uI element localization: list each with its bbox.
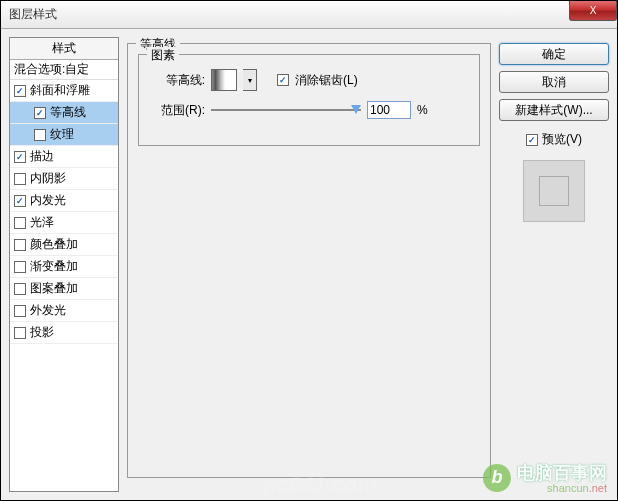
style-checkbox[interactable] — [14, 217, 26, 229]
styles-list: 斜面和浮雕等高线纹理描边内阴影内发光光泽颜色叠加渐变叠加图案叠加外发光投影 — [10, 80, 118, 344]
watermark-logo: b 电脑百事网 shancun.net — [483, 461, 607, 494]
style-checkbox[interactable] — [14, 327, 26, 339]
antialias-label: 消除锯齿(L) — [295, 72, 358, 89]
style-item-4[interactable]: 内阴影 — [10, 168, 118, 190]
style-item-9[interactable]: 图案叠加 — [10, 278, 118, 300]
range-slider[interactable] — [211, 103, 361, 117]
contour-row: 等高线: ▾ 消除锯齿(L) — [149, 69, 469, 91]
style-checkbox[interactable] — [14, 283, 26, 295]
style-checkbox[interactable] — [14, 261, 26, 273]
watermark-brand: 电脑百事网 — [517, 463, 607, 483]
watermark-faint: pc841.com — [263, 472, 377, 498]
style-checkbox[interactable] — [14, 151, 26, 163]
preview-label: 预览(V) — [542, 131, 582, 148]
layer-style-dialog: 图层样式 X 样式 混合选项:自定 斜面和浮雕等高线纹理描边内阴影内发光光泽颜色… — [0, 0, 618, 501]
range-input[interactable] — [367, 101, 411, 119]
style-item-3[interactable]: 描边 — [10, 146, 118, 168]
style-item-7[interactable]: 颜色叠加 — [10, 234, 118, 256]
antialias-checkbox[interactable] — [277, 74, 289, 86]
range-label: 范围(R): — [149, 102, 205, 119]
style-checkbox[interactable] — [34, 107, 46, 119]
style-label: 内发光 — [30, 192, 66, 209]
contour-thumbnail[interactable] — [211, 69, 237, 91]
style-checkbox[interactable] — [14, 195, 26, 207]
styles-header[interactable]: 样式 — [10, 38, 118, 60]
dialog-content: 样式 混合选项:自定 斜面和浮雕等高线纹理描边内阴影内发光光泽颜色叠加渐变叠加图… — [1, 29, 617, 500]
style-checkbox[interactable] — [14, 305, 26, 317]
elements-group-label: 图素 — [147, 47, 179, 64]
style-item-6[interactable]: 光泽 — [10, 212, 118, 234]
titlebar[interactable]: 图层样式 X — [1, 1, 617, 29]
dialog-title: 图层样式 — [9, 6, 57, 23]
style-checkbox[interactable] — [14, 239, 26, 251]
style-item-2[interactable]: 纹理 — [10, 124, 118, 146]
style-label: 颜色叠加 — [30, 236, 78, 253]
range-unit: % — [417, 103, 428, 117]
action-panel: 确定 取消 新建样式(W)... 预览(V) — [499, 37, 609, 492]
style-checkbox[interactable] — [14, 85, 26, 97]
style-item-0[interactable]: 斜面和浮雕 — [10, 80, 118, 102]
style-label: 外发光 — [30, 302, 66, 319]
ok-button[interactable]: 确定 — [499, 43, 609, 65]
watermark: b 电脑百事网 shancun.net — [483, 461, 607, 494]
elements-group: 图素 等高线: ▾ 消除锯齿(L) 范围(R): — [138, 54, 480, 146]
style-label: 斜面和浮雕 — [30, 82, 90, 99]
settings-panel: 等高线 图素 等高线: ▾ 消除锯齿(L) 范围(R): — [127, 37, 491, 492]
new-style-button[interactable]: 新建样式(W)... — [499, 99, 609, 121]
contour-label: 等高线: — [149, 72, 205, 89]
preview-checkbox[interactable] — [526, 134, 538, 146]
style-item-1[interactable]: 等高线 — [10, 102, 118, 124]
style-checkbox[interactable] — [34, 129, 46, 141]
style-label: 图案叠加 — [30, 280, 78, 297]
contour-dropdown-icon[interactable]: ▾ — [243, 69, 257, 91]
style-item-11[interactable]: 投影 — [10, 322, 118, 344]
close-button[interactable]: X — [569, 1, 617, 21]
close-icon: X — [590, 5, 597, 16]
blend-options-row[interactable]: 混合选项:自定 — [10, 60, 118, 80]
style-item-10[interactable]: 外发光 — [10, 300, 118, 322]
style-label: 内阴影 — [30, 170, 66, 187]
preview-row: 预览(V) — [499, 131, 609, 148]
slider-thumb-icon[interactable] — [351, 105, 361, 114]
preview-inner-icon — [539, 176, 569, 206]
slider-track — [211, 109, 361, 111]
preview-thumbnail — [523, 160, 585, 222]
style-label: 描边 — [30, 148, 54, 165]
style-label: 投影 — [30, 324, 54, 341]
range-row: 范围(R): % — [149, 101, 469, 119]
style-label: 渐变叠加 — [30, 258, 78, 275]
style-item-5[interactable]: 内发光 — [10, 190, 118, 212]
style-label: 纹理 — [50, 126, 74, 143]
style-item-8[interactable]: 渐变叠加 — [10, 256, 118, 278]
style-label: 等高线 — [50, 104, 86, 121]
style-label: 光泽 — [30, 214, 54, 231]
contour-group: 等高线 图素 等高线: ▾ 消除锯齿(L) 范围(R): — [127, 43, 491, 478]
styles-list-panel: 样式 混合选项:自定 斜面和浮雕等高线纹理描边内阴影内发光光泽颜色叠加渐变叠加图… — [9, 37, 119, 492]
cancel-button[interactable]: 取消 — [499, 71, 609, 93]
watermark-sub: shancun.net — [517, 482, 607, 494]
watermark-logo-icon: b — [483, 464, 511, 492]
style-checkbox[interactable] — [14, 173, 26, 185]
